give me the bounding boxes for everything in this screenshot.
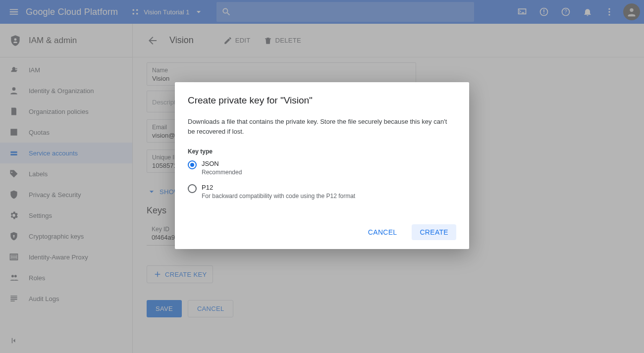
radio-subtitle: For backward compatibility with code usi… xyxy=(202,193,355,200)
radio-title: JSON xyxy=(202,160,242,167)
key-type-label: Key type xyxy=(188,148,456,155)
radio-title: P12 xyxy=(202,184,355,191)
radio-subtitle: Recommended xyxy=(202,169,242,176)
radio-icon xyxy=(188,184,197,193)
dialog-description: Downloads a file that contains the priva… xyxy=(188,117,450,136)
dialog-create-button[interactable]: CREATE xyxy=(412,224,456,240)
radio-icon xyxy=(188,160,197,169)
create-key-dialog: Create private key for "Vision" Download… xyxy=(175,82,469,249)
radio-option-json[interactable]: JSON Recommended xyxy=(188,160,456,176)
radio-option-p12[interactable]: P12 For backward compatibility with code… xyxy=(188,184,456,200)
dialog-title: Create private key for "Vision" xyxy=(188,95,456,106)
dialog-cancel-button[interactable]: CANCEL xyxy=(360,224,405,240)
modal-overlay: Create private key for "Vision" Download… xyxy=(0,0,644,353)
